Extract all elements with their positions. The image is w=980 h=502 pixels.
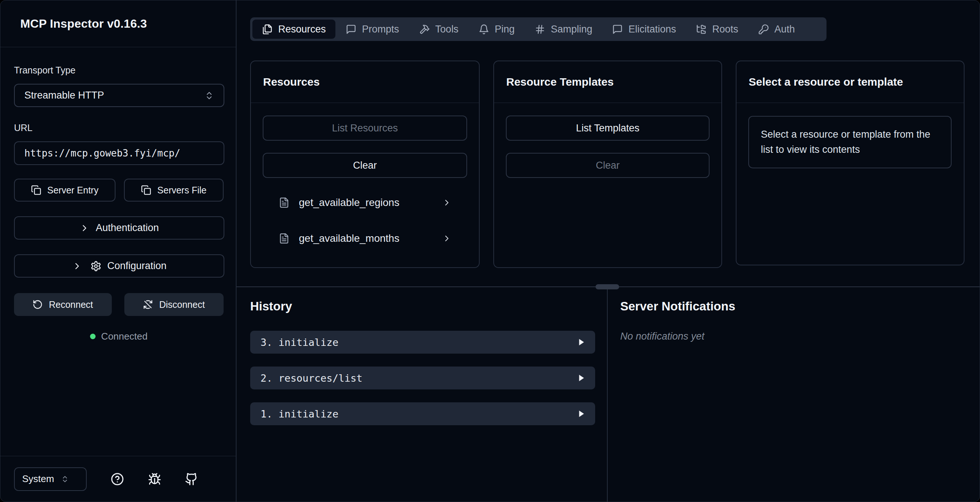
resource-name: get_available_months — [299, 233, 433, 244]
cards-row: Resources List Resources Clear get_avail… — [250, 61, 964, 268]
file-text-icon — [278, 233, 290, 244]
templates-card-title: Resource Templates — [506, 76, 614, 88]
tab-tools[interactable]: Tools — [410, 19, 468, 39]
connection-status: Connected — [14, 331, 224, 342]
history-entry-label: 1. initialize — [261, 408, 576, 420]
sidebar-body: Transport Type Streamable HTTP URL Serve… — [0, 47, 236, 342]
tab-ping[interactable]: Ping — [469, 19, 524, 39]
server-entry-button[interactable]: Server Entry — [14, 178, 116, 202]
resource-preview-card: Select a resource or template Select a r… — [736, 61, 964, 265]
status-label: Connected — [101, 331, 148, 342]
url-label: URL — [14, 123, 224, 133]
resources-card-header: Resources — [251, 61, 479, 103]
gear-icon — [91, 261, 102, 272]
resources-card-title: Resources — [263, 76, 320, 88]
url-input[interactable] — [14, 141, 224, 165]
folder-tree-icon — [696, 24, 706, 35]
chevron-right-icon — [442, 198, 452, 207]
tab-prompts[interactable]: Prompts — [336, 19, 409, 39]
configuration-toggle[interactable]: Configuration — [14, 254, 224, 277]
resource-item[interactable]: get_available_months — [263, 227, 467, 250]
tab-label: Tools — [435, 24, 459, 35]
configuration-label: Configuration — [107, 260, 167, 272]
notifications-title: Server Notifications — [620, 300, 980, 313]
file-text-icon — [278, 197, 290, 208]
preview-card-title: Select a resource or template — [749, 76, 903, 88]
message-square-icon — [612, 24, 623, 35]
resources-card: Resources List Resources Clear get_avail… — [250, 61, 480, 268]
theme-value: System — [22, 473, 54, 484]
disconnect-label: Disconnect — [159, 300, 205, 310]
templates-card-header: Resource Templates — [494, 61, 721, 103]
play-icon — [576, 337, 586, 347]
history-entry-label: 3. initialize — [261, 337, 576, 348]
servers-file-button[interactable]: Servers File — [124, 178, 224, 202]
transport-type-label: Transport Type — [14, 65, 224, 76]
list-templates-button[interactable]: List Templates — [506, 116, 710, 141]
tab-label: Sampling — [551, 24, 593, 35]
chevrons-up-down-icon — [61, 475, 69, 483]
resource-name: get_available_regions — [299, 197, 433, 209]
tab-label: Prompts — [362, 24, 399, 35]
preview-card-header: Select a resource or template — [737, 61, 964, 103]
tab-label: Resources — [278, 24, 326, 35]
history-entry[interactable]: 3. initialize — [250, 331, 595, 354]
splitter-handle[interactable] — [595, 284, 619, 289]
key-icon — [758, 24, 769, 35]
tab-label: Elicitations — [628, 24, 676, 35]
chevron-right-icon — [442, 234, 452, 243]
authentication-label: Authentication — [95, 222, 159, 234]
main-area: Resources Prompts Tools Ping — [237, 0, 980, 502]
chevrons-up-down-icon — [204, 91, 214, 100]
disconnect-button[interactable]: Disconnect — [124, 293, 224, 316]
status-dot — [90, 334, 95, 339]
play-icon — [576, 373, 586, 383]
transport-type-value: Streamable HTTP — [24, 90, 204, 101]
clear-templates-button[interactable]: Clear — [506, 153, 710, 178]
sidebar-footer: System — [0, 456, 236, 502]
history-entry[interactable]: 2. resources/list — [250, 367, 595, 389]
notifications-empty-message: No notifications yet — [620, 331, 980, 342]
tab-label: Ping — [495, 24, 515, 35]
tab-label: Roots — [712, 24, 738, 35]
tab-label: Auth — [775, 24, 795, 35]
history-panel: History 3. initialize 2. resources/list — [237, 287, 607, 502]
bug-icon[interactable] — [148, 472, 161, 486]
history-entry-label: 2. resources/list — [261, 373, 576, 384]
tab-auth[interactable]: Auth — [749, 19, 805, 39]
list-resources-button[interactable]: List Resources — [263, 116, 467, 141]
chevron-right-icon — [72, 261, 82, 271]
clear-resources-button[interactable]: Clear — [263, 153, 467, 178]
app-title: MCP Inspector v0.16.3 — [20, 17, 147, 30]
server-entry-label: Server Entry — [47, 185, 99, 196]
resource-templates-card: Resource Templates List Templates Clear — [493, 61, 722, 268]
history-entry[interactable]: 1. initialize — [250, 402, 595, 425]
bottom-panels: History 3. initialize 2. resources/list — [237, 287, 980, 502]
tab-roots[interactable]: Roots — [686, 19, 748, 39]
tab-elicitations[interactable]: Elicitations — [603, 19, 686, 39]
play-icon — [576, 409, 586, 419]
message-square-icon — [346, 24, 356, 35]
files-icon — [262, 24, 273, 35]
rotate-ccw-icon — [32, 300, 43, 310]
reconnect-button[interactable]: Reconnect — [14, 293, 112, 316]
theme-select[interactable]: System — [14, 467, 87, 491]
transport-type-select[interactable]: Streamable HTTP — [14, 84, 224, 107]
reconnect-label: Reconnect — [49, 300, 93, 310]
hammer-icon — [419, 24, 430, 35]
resource-item[interactable]: get_available_regions — [263, 191, 467, 214]
authentication-toggle[interactable]: Authentication — [14, 216, 224, 239]
github-icon[interactable] — [185, 472, 198, 486]
refresh-off-icon — [143, 300, 153, 310]
help-circle-icon[interactable] — [111, 472, 124, 486]
copy-icon — [31, 185, 41, 195]
sidebar: MCP Inspector v0.16.3 Transport Type Str… — [0, 0, 237, 502]
chevron-right-icon — [80, 223, 90, 233]
tab-sampling[interactable]: Sampling — [525, 19, 602, 39]
hash-icon — [535, 24, 545, 35]
copy-icon — [141, 185, 151, 195]
mcp-inspector-window: MCP Inspector v0.16.3 Transport Type Str… — [0, 0, 980, 502]
horizontal-splitter[interactable] — [237, 287, 980, 287]
tab-resources[interactable]: Resources — [252, 19, 336, 39]
servers-file-label: Servers File — [157, 185, 206, 196]
